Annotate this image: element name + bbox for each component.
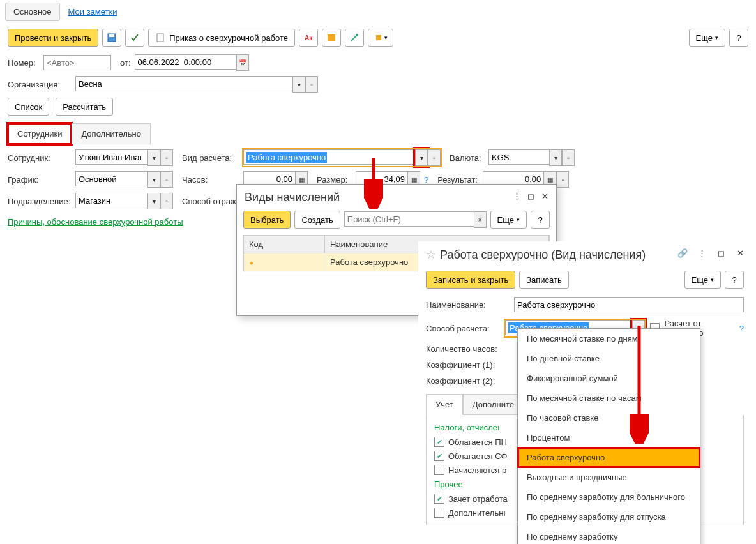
number-label: Номер: [8, 58, 40, 68]
svg-rect-2 [157, 34, 163, 42]
calculate-button[interactable]: Рассчитать [56, 98, 113, 116]
tool-icon-d[interactable]: ▾ [368, 29, 393, 47]
popup1-search-clear-icon[interactable]: × [474, 211, 487, 228]
reasons-link[interactable]: Причины, обоснование сверхурочной работы [0, 212, 191, 232]
popup1-menu-icon[interactable]: ⋮ [510, 190, 523, 202]
calc-type-dropdown-icon[interactable]: ▾ [415, 149, 428, 166]
popup2-save-button[interactable]: Записать [519, 271, 569, 289]
popup2-menu-icon[interactable]: ⋮ [695, 246, 708, 259]
dropdown-item[interactable]: По часовой ставке [518, 408, 700, 428]
popup1-col-code[interactable]: Код [244, 236, 325, 253]
qty-label: Количество часов: [426, 344, 509, 354]
post-and-close-button[interactable]: Провести и закрыть [8, 29, 98, 47]
date-input[interactable] [135, 54, 236, 70]
dept-input[interactable] [75, 193, 147, 208]
chk-extra-label: Дополнительнı [448, 508, 506, 518]
tab-employees[interactable]: Сотрудники [8, 123, 72, 144]
hours-label: Часов: [182, 175, 239, 185]
from-label: от: [120, 58, 131, 68]
popup1-create-button[interactable]: Создать [294, 211, 340, 229]
currency-dropdown-icon[interactable]: ▾ [549, 149, 562, 166]
calc-type-input[interactable]: Работа сверхурочно [243, 149, 415, 165]
size-label: Размер: [317, 175, 352, 185]
date-picker-icon[interactable]: 📅 [236, 54, 249, 71]
tab-main[interactable]: Основное [5, 3, 60, 21]
chk-pn[interactable]: ✔ [434, 437, 444, 447]
tool-icon-b[interactable] [322, 29, 341, 47]
popup1-restore-icon[interactable]: ◻ [524, 190, 537, 202]
list-button[interactable]: Список [8, 98, 49, 116]
tab-additional[interactable]: Дополнительно [72, 123, 151, 144]
tool-icon-c[interactable] [345, 29, 364, 47]
tab-notes[interactable]: Мои заметки [60, 3, 126, 21]
popup1-help-button[interactable]: ? [531, 211, 550, 229]
favorite-star-icon[interactable]: ☆ [426, 248, 436, 262]
help-button[interactable]: ? [729, 29, 748, 47]
overtime-order-label: Приказ о сверхурочной работе [169, 33, 288, 43]
chk-sf-label: Облагается СФ [448, 451, 508, 461]
chk-accrue[interactable] [434, 465, 444, 475]
popup2-save-close-button[interactable]: Записать и закрыть [426, 271, 515, 289]
k1-label: Коэффициент (1): [426, 360, 509, 370]
org-open-icon[interactable]: ▫ [305, 76, 318, 93]
chk-offset[interactable]: ✔ [434, 494, 444, 504]
dropdown-item[interactable]: По месячной ставке по часам [518, 388, 700, 408]
dropdown-item[interactable]: Выходные и праздничные [518, 467, 700, 487]
popup2-restore-icon[interactable]: ◻ [714, 246, 727, 259]
currency-input[interactable] [488, 149, 549, 165]
chk-accrue-label: Начисляются р [448, 465, 506, 475]
svg-rect-1 [109, 34, 114, 37]
more-button[interactable]: Еще▾ [689, 29, 725, 47]
dept-label: Подразделение: [8, 197, 72, 206]
dropdown-item[interactable]: По месячной ставке по дням [518, 329, 700, 349]
popup2-tab-acc[interactable]: Учет [426, 394, 463, 415]
employee-open-icon[interactable]: ▫ [160, 149, 173, 166]
dropdown-item[interactable]: По дневной ставке [518, 349, 700, 368]
dept-open-icon[interactable]: ▫ [160, 193, 173, 209]
dropdown-item[interactable]: Процентом [518, 428, 700, 448]
number-input[interactable] [43, 55, 111, 70]
popup2-more-button[interactable]: Еще▾ [684, 271, 721, 289]
schedule-open-icon[interactable]: ▫ [160, 171, 173, 188]
dropdown-item[interactable]: Фиксированной суммой [518, 368, 700, 388]
result-open-icon[interactable]: ▫ [556, 171, 569, 188]
org-input[interactable] [75, 76, 292, 91]
popup1-title: Виды начислений [237, 185, 556, 208]
dropdown-item[interactable]: Работа сверхурочно [518, 448, 700, 467]
currency-label: Валюта: [450, 153, 485, 163]
employee-input[interactable] [75, 149, 147, 165]
popup2-help-button[interactable]: ? [725, 271, 744, 289]
overtime-order-button[interactable]: Приказ о сверхурочной работе [148, 29, 295, 47]
reflection-label: Способ отраж [182, 197, 236, 206]
dropdown-item[interactable]: По среднему заработку для отпуска [518, 507, 700, 527]
popup2-link-icon[interactable]: 🔗 [676, 246, 689, 259]
popup2-tab-extra[interactable]: Дополните [463, 394, 524, 415]
chk-sf[interactable]: ✔ [434, 451, 444, 461]
employee-dropdown-icon[interactable]: ▾ [147, 149, 160, 166]
reverse-help-icon[interactable]: ? [739, 324, 744, 333]
dropdown-item[interactable]: По среднему заработку для больничного [518, 487, 700, 507]
post-icon-button[interactable] [125, 29, 144, 47]
chk-extra[interactable] [434, 508, 444, 518]
schedule-dropdown-icon[interactable]: ▾ [147, 171, 160, 188]
calc-type-open-icon[interactable]: ▫ [428, 149, 441, 166]
popup1-select-button[interactable]: Выбрать [243, 211, 291, 229]
popup1-close-icon[interactable]: ✕ [538, 190, 551, 202]
dropdown-item[interactable]: По среднему заработку [518, 527, 700, 544]
arrow-indicator-1 [364, 158, 383, 209]
currency-open-icon[interactable]: ▫ [562, 149, 575, 166]
popup1-search-input[interactable] [344, 211, 474, 227]
dept-dropdown-icon[interactable]: ▾ [147, 193, 160, 209]
size-help-icon[interactable]: ? [424, 175, 428, 185]
schedule-input[interactable] [75, 171, 147, 186]
tool-icon-a[interactable]: Ак [299, 29, 318, 47]
popup2-title: Работа сверхурочно (Вид начисления) [440, 248, 646, 262]
org-dropdown-icon[interactable]: ▾ [292, 76, 305, 93]
popup2-name-input[interactable] [514, 297, 744, 312]
calc-type-label: Вид расчета: [182, 153, 239, 163]
save-icon-button[interactable] [102, 29, 121, 47]
popup2-close-icon[interactable]: ✕ [734, 246, 746, 259]
popup1-more-button[interactable]: Еще▾ [490, 211, 527, 229]
more-label: Еще [696, 33, 713, 43]
popup1-row-mark-icon: ⬥ [244, 253, 325, 271]
